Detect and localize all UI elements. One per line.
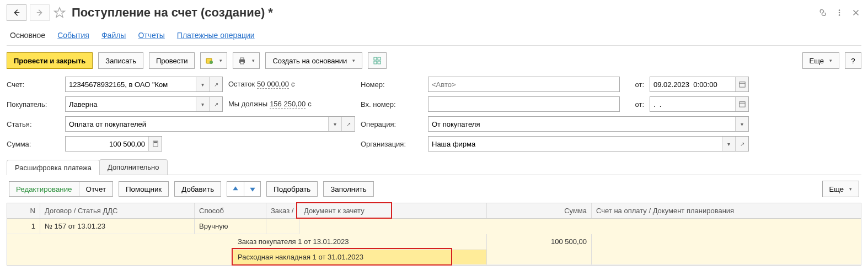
help-button[interactable]: ? <box>845 52 861 69</box>
th-doc-offset: Документ к зачету <box>299 203 487 218</box>
helper-button[interactable]: Помощник <box>119 181 169 197</box>
we-owe-text: Мы должны 156 250,00 с <box>228 100 355 109</box>
close-icon[interactable] <box>850 7 861 18</box>
subtab-additional[interactable]: Дополнительно <box>99 159 168 175</box>
cell-invoice <box>592 234 861 265</box>
move-up-button[interactable] <box>227 182 244 196</box>
ext-number-field[interactable] <box>428 97 619 111</box>
th-contract: Договор / Статья ДДС <box>40 203 195 218</box>
favorite-star-icon[interactable] <box>53 6 66 19</box>
page-title: Поступление на счет (создание) * <box>72 6 814 20</box>
th-n: N <box>7 203 40 218</box>
pick-button[interactable]: Подобрать <box>266 181 318 197</box>
sum-label: Сумма: <box>7 140 60 148</box>
sum-field[interactable] <box>66 137 148 151</box>
svg-rect-15 <box>153 142 157 143</box>
number-input[interactable] <box>428 77 620 92</box>
cell-order-empty <box>266 219 299 234</box>
create-based-on-button[interactable]: Создать на основании <box>265 52 362 69</box>
account-field[interactable] <box>66 77 196 91</box>
sub-toolbar: Редактирование Отчет Помощник Добавить П… <box>7 181 861 197</box>
back-button[interactable] <box>7 4 26 21</box>
cell-doc1: Заказ покупателя 1 от 13.01.2023 <box>233 234 486 250</box>
move-buttons <box>227 181 261 197</box>
structure-button[interactable] <box>368 52 387 69</box>
dropdown-icon[interactable]: ▾ <box>722 137 735 151</box>
write-button[interactable]: Записать <box>98 52 143 69</box>
tab-reports[interactable]: Отчеты <box>138 31 164 40</box>
svg-rect-8 <box>374 57 377 60</box>
svg-rect-11 <box>378 61 381 64</box>
org-input[interactable]: ▾ ↗ <box>428 136 749 151</box>
svg-point-2 <box>839 14 840 16</box>
date-input[interactable] <box>650 77 749 92</box>
subtab-payment-breakdown[interactable]: Расшифровка платежа <box>7 160 100 175</box>
forward-button[interactable] <box>30 4 50 21</box>
th-sum: Сумма <box>487 203 592 218</box>
link-icon[interactable] <box>817 7 828 18</box>
operation-input[interactable]: ▾ <box>428 116 749 132</box>
org-label: Организация: <box>361 140 422 148</box>
sub-more-button[interactable]: Еще <box>822 181 859 197</box>
attach-button[interactable] <box>200 52 227 69</box>
balance-text: Остаток 50 000,00 с <box>228 80 355 89</box>
calendar-icon[interactable] <box>735 77 748 91</box>
ext-date-field[interactable] <box>650 97 735 111</box>
open-icon[interactable]: ↗ <box>209 97 222 111</box>
dropdown-icon[interactable]: ▾ <box>196 97 209 111</box>
edit-mode-button[interactable]: Редактирование <box>9 182 79 196</box>
calendar-icon[interactable] <box>735 97 748 111</box>
dropdown-icon[interactable]: ▾ <box>328 117 341 131</box>
open-icon[interactable]: ↗ <box>735 137 748 151</box>
date-field[interactable] <box>650 77 735 91</box>
account-label: Счет: <box>7 80 60 89</box>
report-mode-button[interactable]: Отчет <box>79 182 113 196</box>
article-label: Статья: <box>7 120 60 128</box>
payment-table: N Договор / Статья ДДС Способ Заказ / До… <box>7 203 861 266</box>
org-field[interactable] <box>428 137 722 151</box>
open-icon[interactable]: ↗ <box>209 77 222 91</box>
nav-tabs: Основное События Файлы Отчеты Платежные … <box>7 29 861 46</box>
svg-point-4 <box>210 61 213 64</box>
number-field[interactable] <box>428 77 619 91</box>
printer-icon <box>238 56 247 65</box>
tab-payment-ops[interactable]: Платежные операции <box>177 31 255 40</box>
article-field[interactable] <box>66 117 328 131</box>
ext-date-input[interactable] <box>650 96 749 112</box>
arrow-left-icon <box>13 9 20 17</box>
dropdown-icon[interactable]: ▾ <box>196 77 209 91</box>
print-button[interactable] <box>233 52 260 69</box>
calc-icon[interactable] <box>148 137 162 151</box>
add-row-button[interactable]: Добавить <box>174 181 221 197</box>
tab-events[interactable]: События <box>57 31 89 40</box>
kebab-menu-icon[interactable] <box>834 7 845 18</box>
structure-icon <box>373 56 382 65</box>
svg-rect-10 <box>374 61 377 64</box>
ext-from-label: от: <box>625 100 644 109</box>
move-down-button[interactable] <box>244 182 260 196</box>
table-row[interactable]: 1 № 157 от 13.01.23 Вручную Заказ покупа… <box>7 219 861 265</box>
th-order: Заказ / <box>266 203 299 218</box>
sum-input[interactable] <box>65 136 162 151</box>
post-button[interactable]: Провести <box>149 52 195 69</box>
tab-main[interactable]: Основное <box>10 31 45 40</box>
svg-rect-13 <box>739 102 744 107</box>
ext-number-input[interactable] <box>428 96 620 112</box>
svg-rect-6 <box>240 58 244 59</box>
fill-button[interactable]: Заполнить <box>323 181 373 197</box>
post-and-close-button[interactable]: Провести и закрыть <box>7 52 93 69</box>
th-method: Способ <box>195 203 266 218</box>
buyer-field[interactable] <box>66 97 196 111</box>
account-input[interactable]: ▾ ↗ <box>65 77 223 92</box>
from-label: от: <box>625 80 644 89</box>
dropdown-icon[interactable]: ▾ <box>735 117 748 131</box>
tab-files[interactable]: Файлы <box>101 31 126 40</box>
table-header: N Договор / Статья ДДС Способ Заказ / До… <box>7 203 861 219</box>
svg-rect-9 <box>378 57 381 60</box>
clip-icon <box>205 56 214 65</box>
article-input[interactable]: ▾ ↗ <box>65 116 355 132</box>
operation-field[interactable] <box>428 117 735 131</box>
buyer-input[interactable]: ▾ ↗ <box>65 96 223 112</box>
more-button[interactable]: Еще <box>802 52 839 69</box>
open-icon[interactable]: ↗ <box>341 117 355 131</box>
